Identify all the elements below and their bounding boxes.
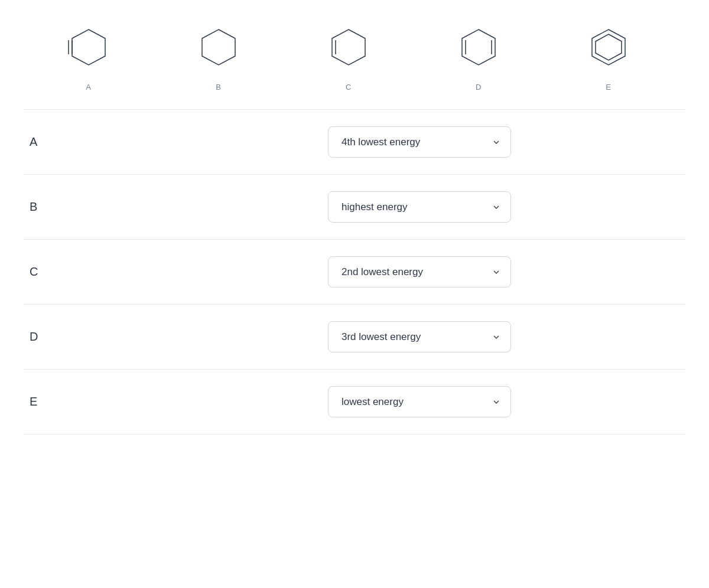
molecule-c-svg — [325, 24, 372, 77]
svg-marker-4 — [332, 30, 365, 65]
select-wrapper-e: lowest energy2nd lowest energy3rd lowest… — [154, 386, 685, 417]
molecule-a-svg — [65, 24, 112, 77]
select-wrapper-d: lowest energy2nd lowest energy3rd lowest… — [154, 321, 685, 352]
select-wrapper-b: lowest energy2nd lowest energy3rd lowest… — [154, 191, 685, 223]
molecule-c: C — [284, 24, 414, 92]
svg-marker-9 — [592, 30, 625, 65]
row-label-c: C — [24, 265, 154, 279]
answer-row-a: Alowest energy2nd lowest energy3rd lowes… — [24, 110, 685, 175]
main-container: A B C D — [0, 0, 709, 446]
select-wrapper-c: lowest energy2nd lowest energy3rd lowest… — [154, 256, 685, 288]
svg-marker-6 — [462, 30, 495, 65]
molecule-d-svg — [455, 24, 502, 77]
answer-row-e: Elowest energy2nd lowest energy3rd lowes… — [24, 370, 685, 435]
select-d[interactable]: lowest energy2nd lowest energy3rd lowest… — [328, 321, 511, 352]
molecule-e: E — [544, 24, 674, 92]
molecule-a: A — [24, 24, 154, 92]
molecule-b-label: B — [216, 83, 221, 92]
molecule-a-label: A — [86, 83, 91, 92]
molecule-e-svg — [585, 24, 632, 77]
select-a[interactable]: lowest energy2nd lowest energy3rd lowest… — [328, 126, 511, 158]
select-e[interactable]: lowest energy2nd lowest energy3rd lowest… — [328, 386, 511, 417]
answer-row-c: Clowest energy2nd lowest energy3rd lowes… — [24, 240, 685, 305]
row-label-a: A — [24, 135, 154, 149]
svg-marker-0 — [72, 30, 105, 65]
molecule-row: A B C D — [24, 12, 685, 110]
answer-row-b: Blowest energy2nd lowest energy3rd lowes… — [24, 175, 685, 240]
svg-marker-10 — [596, 34, 622, 60]
row-label-b: B — [24, 200, 154, 214]
molecule-d: D — [414, 24, 544, 92]
row-label-d: D — [24, 330, 154, 344]
molecule-e-label: E — [606, 83, 611, 92]
molecule-b-svg — [195, 24, 242, 77]
molecule-d-label: D — [476, 83, 482, 92]
answer-row-d: Dlowest energy2nd lowest energy3rd lowes… — [24, 305, 685, 370]
row-label-e: E — [24, 395, 154, 409]
molecule-c-label: C — [346, 83, 352, 92]
select-wrapper-a: lowest energy2nd lowest energy3rd lowest… — [154, 126, 685, 158]
select-b[interactable]: lowest energy2nd lowest energy3rd lowest… — [328, 191, 511, 223]
select-c[interactable]: lowest energy2nd lowest energy3rd lowest… — [328, 256, 511, 288]
answer-rows: Alowest energy2nd lowest energy3rd lowes… — [24, 110, 685, 435]
svg-marker-3 — [202, 30, 235, 65]
molecule-b: B — [154, 24, 284, 92]
